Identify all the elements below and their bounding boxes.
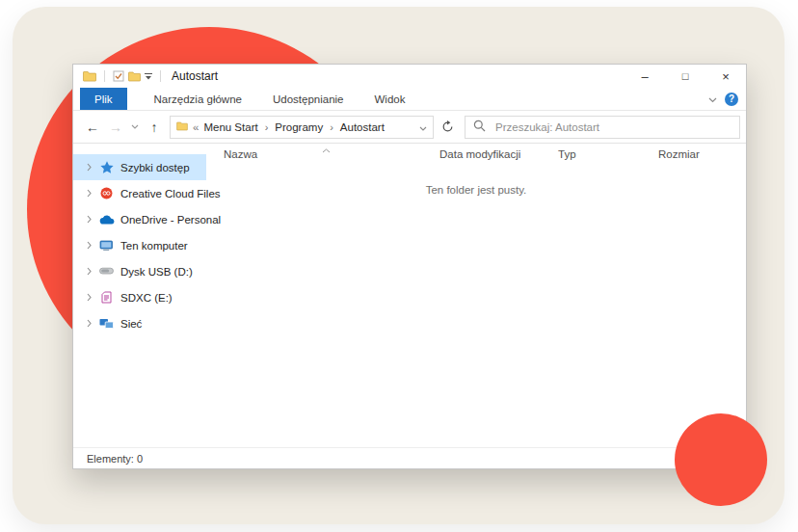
sort-ascending-chevron-icon[interactable] — [322, 144, 331, 155]
items-count: Elementy: 0 — [87, 453, 143, 465]
folder-icon — [83, 70, 96, 82]
column-header-date-modified[interactable]: Data modyfikacji — [439, 148, 520, 160]
back-button[interactable]: ← — [81, 116, 104, 139]
expand-chevron-icon[interactable] — [83, 267, 94, 276]
sd-card-icon — [98, 290, 115, 305]
breadcrumb-separator: › — [265, 121, 269, 133]
sidebar-item-label: Dysk USB (D:) — [120, 266, 193, 278]
navigation-pane: Szybki dostęp Creative Cloud Files OneDr… — [73, 143, 206, 448]
sidebar-item-network[interactable]: Sieć — [73, 310, 206, 336]
sidebar-item-label: Creative Cloud Files — [120, 188, 221, 200]
tab-share[interactable]: Udostępnianie — [269, 88, 348, 110]
status-bar: Elementy: 0 — [73, 447, 746, 468]
decorative-red-circle-bottom-right — [675, 413, 767, 506]
help-icon[interactable]: ? — [725, 93, 738, 106]
navigation-bar: ← → ↑ « Menu Start › Programy › Autostar… — [73, 111, 746, 144]
tab-file[interactable]: Plik — [80, 88, 127, 110]
expand-chevron-icon[interactable] — [83, 189, 94, 198]
sidebar-item-onedrive[interactable]: OneDrive - Personal — [73, 206, 206, 232]
sidebar-item-label: Ten komputer — [120, 240, 188, 252]
forward-button[interactable]: → — [104, 116, 127, 139]
sidebar-item-label: Szybki dostęp — [120, 162, 190, 173]
ribbon-right-controls: ? — [708, 88, 738, 110]
sidebar-item-usb-drive[interactable]: Dysk USB (D:) — [73, 258, 206, 284]
column-header-type[interactable]: Typ — [558, 148, 576, 160]
computer-icon — [98, 238, 115, 253]
recent-locations-chevron-icon[interactable] — [127, 116, 143, 139]
maximize-button[interactable]: □ — [665, 65, 705, 88]
qat-properties-checkbox-icon[interactable] — [113, 70, 124, 82]
column-header-size[interactable]: Rozmiar — [658, 148, 700, 160]
title-bar: Autostart – □ × — [73, 65, 746, 88]
breadcrumb-overflow-chevron[interactable]: « — [193, 121, 199, 133]
expand-chevron-icon[interactable] — [83, 215, 94, 224]
address-folder-icon — [176, 121, 188, 133]
network-icon — [98, 316, 115, 331]
tab-home[interactable]: Narzędzia główne — [150, 88, 246, 110]
window-controls: – □ × — [625, 65, 746, 88]
expand-chevron-icon[interactable] — [83, 293, 94, 302]
expand-chevron-icon[interactable] — [83, 319, 94, 328]
column-headers: Nazwa Data modyfikacji Typ Rozmiar — [206, 143, 746, 168]
expand-chevron-icon[interactable] — [83, 163, 94, 172]
divider — [160, 70, 161, 82]
search-input[interactable] — [493, 120, 732, 134]
breadcrumb-segment-menu-start[interactable]: Menu Start — [203, 121, 257, 133]
refresh-icon[interactable] — [434, 116, 461, 139]
onedrive-cloud-icon — [98, 212, 115, 226]
close-button[interactable]: × — [705, 65, 746, 88]
column-header-name[interactable]: Nazwa — [224, 148, 257, 160]
main-content: Szybki dostęp Creative Cloud Files OneDr… — [73, 143, 746, 448]
breadcrumb-segment-programy[interactable]: Programy — [275, 121, 323, 133]
sidebar-item-this-pc[interactable]: Ten komputer — [73, 232, 206, 258]
sidebar-item-label: SDXC (E:) — [120, 292, 173, 304]
tab-view[interactable]: Widok — [370, 88, 409, 110]
sidebar-item-quick-access[interactable]: Szybki dostęp — [73, 154, 206, 180]
creative-cloud-icon — [98, 186, 115, 200]
file-list-area: Nazwa Data modyfikacji Typ Rozmiar Ten f… — [206, 143, 746, 448]
collapse-ribbon-chevron-icon[interactable] — [708, 93, 717, 105]
expand-chevron-icon[interactable] — [83, 241, 94, 250]
search-icon — [473, 120, 486, 134]
divider — [104, 70, 105, 82]
ribbon-tab-bar: Plik Narzędzia główne Udostępnianie Wido… — [73, 88, 746, 111]
sidebar-item-label: Sieć — [120, 318, 142, 330]
qat-new-folder-icon[interactable] — [128, 71, 141, 82]
window-title: Autostart — [172, 69, 218, 83]
breadcrumb-separator: › — [330, 121, 333, 133]
sidebar-item-creative-cloud[interactable]: Creative Cloud Files — [73, 180, 206, 206]
minimize-button[interactable]: – — [625, 65, 665, 88]
up-button[interactable]: ↑ — [143, 116, 166, 139]
quick-access-star-icon — [98, 160, 115, 174]
address-dropdown-chevron-icon[interactable] — [419, 121, 427, 133]
usb-drive-icon — [98, 264, 115, 279]
sidebar-item-sdxc[interactable]: SDXC (E:) — [73, 284, 206, 310]
breadcrumb-segment-autostart[interactable]: Autostart — [340, 121, 385, 133]
search-box[interactable] — [465, 116, 740, 139]
explorer-window: Autostart – □ × Plik Narzędzia główne Ud… — [72, 64, 747, 469]
address-bar[interactable]: « Menu Start › Programy › Autostart — [170, 116, 434, 139]
qat-customize-caret-icon[interactable] — [145, 73, 152, 80]
empty-folder-message: Ten folder jest pusty. — [206, 184, 746, 196]
